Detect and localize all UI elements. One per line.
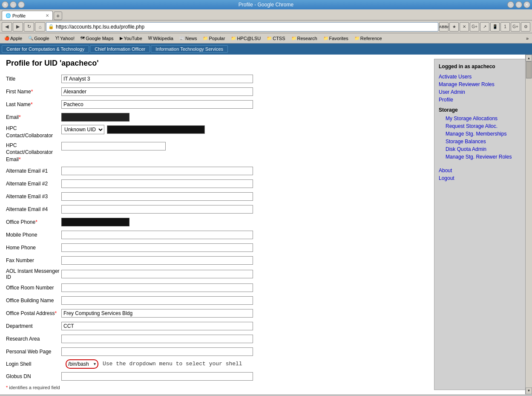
login-shell-select[interactable]: /bin/bash /bin/sh /bin/csh /bin/tcsh /bi… xyxy=(66,359,98,369)
google-plus-icon[interactable]: G+ xyxy=(511,22,520,32)
last-name-input[interactable] xyxy=(61,100,253,109)
bookmark-ctss[interactable]: 📁 CTSS xyxy=(264,35,288,42)
tab-close-btn[interactable]: ✕ xyxy=(46,13,49,18)
sidebar-about[interactable]: About xyxy=(439,168,523,173)
office-building-input[interactable] xyxy=(61,296,253,305)
hpc-contact-row: HPC Contact/Collaborator Unknown UID xyxy=(6,125,426,139)
bookmark-hpclsu[interactable]: 📁 HPC@LSU xyxy=(228,35,263,42)
sidebar-storage-balances[interactable]: Storage Balances xyxy=(446,139,523,145)
scroll-down-button[interactable]: ▼ xyxy=(526,387,532,394)
ssl-lock-icon: 🔒 xyxy=(48,24,54,29)
bookmark-wikipedia[interactable]: W Wikipedia xyxy=(146,35,176,42)
alt-email4-label: Alternate Email #4 xyxy=(6,206,61,212)
chrome-maximize-btn[interactable]: □ xyxy=(515,1,522,8)
sidebar-request-storage-alloc[interactable]: Request Storage Alloc. xyxy=(446,123,523,129)
alt-email3-input[interactable] xyxy=(61,192,253,201)
bookmark-google-maps[interactable]: 🗺 Google Maps xyxy=(78,35,116,42)
back-button[interactable]: ◀ xyxy=(2,22,12,32)
bookmark-apple[interactable]: 🍎 Apple xyxy=(2,35,25,42)
email-input[interactable] xyxy=(61,113,129,121)
chrome-close-btn[interactable]: ✕ xyxy=(523,1,530,8)
maps-icon: 🗺 xyxy=(81,36,85,40)
bookmark-news[interactable]: 📰 News xyxy=(177,35,200,42)
bookmarks-bar: 🍎 Apple 🔍 Google Y! Yahoo! 🗺 Google Maps… xyxy=(0,33,532,43)
first-name-input[interactable] xyxy=(61,87,253,96)
bookmark-yahoo[interactable]: Y! Yahoo! xyxy=(53,35,78,42)
toolbar-its-button[interactable]: Information Technology Services xyxy=(151,45,228,53)
forward-button[interactable]: ▶ xyxy=(13,22,23,32)
toolbar-cct-button[interactable]: Center for Computation & Technology xyxy=(2,45,89,53)
home-button[interactable]: ⌂ xyxy=(35,22,45,32)
bookmark-popular[interactable]: 📁 Popular xyxy=(200,35,227,42)
url-input[interactable] xyxy=(56,24,436,30)
window-close-btn[interactable]: ✕ xyxy=(2,1,9,8)
office-postal-input[interactable] xyxy=(61,309,253,318)
google-bookmark-icon: 🔍 xyxy=(28,36,33,40)
scroll-up-button[interactable]: ▲ xyxy=(526,55,532,61)
tab-profile[interactable]: 🌐 Profile ✕ xyxy=(2,11,53,20)
ext-icon2[interactable]: G+ xyxy=(470,22,479,32)
bookmark-research[interactable]: 📁 Research xyxy=(289,35,320,42)
vertical-scrollbar[interactable]: ▲ ▼ xyxy=(525,55,532,394)
scroll-thumb[interactable] xyxy=(526,61,532,78)
ctss-icon: 📁 xyxy=(267,36,272,40)
new-tab-button[interactable]: + xyxy=(54,12,62,20)
department-input[interactable] xyxy=(61,322,253,330)
bookmark-google[interactable]: 🔍 Google xyxy=(26,35,52,42)
abbr-icon[interactable]: ABBr xyxy=(439,22,449,32)
title-bar: ✕ − □ Profile - Google Chrome − □ ✕ xyxy=(0,0,532,9)
hpc-email-input[interactable] xyxy=(61,142,166,150)
sidebar-disk-quota-admin[interactable]: Disk Quota Admin xyxy=(446,146,523,152)
sidebar-logout[interactable]: Logout xyxy=(439,175,523,181)
window-minimize-btn[interactable]: − xyxy=(10,1,17,8)
ext-icon4[interactable]: 📱 xyxy=(490,22,500,32)
window-maximize-btn[interactable]: □ xyxy=(18,1,25,8)
alt-email3-label: Alternate Email #3 xyxy=(6,194,61,199)
home-phone-row: Home Phone xyxy=(6,243,426,253)
alt-email4-row: Alternate Email #4 xyxy=(6,204,426,214)
home-phone-input[interactable] xyxy=(61,243,253,252)
sidebar-user-admin[interactable]: User Admin xyxy=(439,89,523,95)
toolbar-cio-button[interactable]: Chief Information Officer xyxy=(90,45,150,53)
star-icon[interactable]: ★ xyxy=(449,22,459,32)
sidebar-my-storage-alloc[interactable]: My Storage Allocations xyxy=(446,116,523,121)
bookmark-reference[interactable]: 📁 Reference xyxy=(352,35,385,42)
office-room-input[interactable] xyxy=(61,283,253,292)
hpc-uid-select[interactable]: Unknown UID xyxy=(61,125,104,134)
office-room-label: Office Room Number xyxy=(6,285,61,291)
reload-button[interactable]: ↻ xyxy=(24,22,34,32)
globus-dn-input[interactable] xyxy=(61,372,253,381)
hpc-uid-input[interactable] xyxy=(107,125,205,134)
alt-email1-input[interactable] xyxy=(61,167,253,175)
personal-web-input[interactable] xyxy=(61,347,253,356)
sidebar-profile[interactable]: Profile xyxy=(439,97,523,103)
youtube-icon: ▶ xyxy=(120,36,123,40)
fax-input[interactable] xyxy=(61,256,253,265)
content-area: Profile for UID 'apacheco' Title First N… xyxy=(0,55,532,394)
bookmark-youtube[interactable]: ▶ YouTube xyxy=(117,35,145,42)
alt-email4-input[interactable] xyxy=(61,205,253,214)
sidebar-manage-stg-memberships[interactable]: Manage Stg. Memberships xyxy=(446,131,523,137)
sidebar-manage-stg-reviewer-roles[interactable]: Manage Stg. Reviewer Roles xyxy=(446,154,523,160)
sidebar-manage-reviewer-roles[interactable]: Manage Reviewer Roles xyxy=(439,81,523,87)
ext-icon1[interactable]: ✕ xyxy=(460,22,469,32)
settings-icon[interactable]: ⚙ xyxy=(521,22,530,32)
office-phone-input[interactable] xyxy=(61,218,129,226)
first-name-row: First Name* xyxy=(6,87,426,97)
popular-icon: 📁 xyxy=(203,36,208,40)
home-phone-label: Home Phone xyxy=(6,245,61,251)
bookmark-favorites[interactable]: 📁 Favorites xyxy=(321,35,351,42)
alt-email2-input[interactable] xyxy=(61,179,253,188)
globus-dn-row: Globus DN xyxy=(6,371,426,382)
bookmarks-more-button[interactable]: » xyxy=(524,35,530,42)
research-area-input[interactable] xyxy=(61,335,253,343)
title-input[interactable] xyxy=(61,75,253,83)
chrome-minimize-btn[interactable]: − xyxy=(507,1,514,8)
ext-icon3[interactable]: ↗ xyxy=(480,22,489,32)
sidebar-activate-users[interactable]: Activate Users xyxy=(439,74,523,80)
aol-input[interactable] xyxy=(61,270,253,278)
office-postal-row: Office Postal Address* xyxy=(6,308,426,318)
mobile-phone-input[interactable] xyxy=(61,231,253,239)
address-bar[interactable]: 🔒 xyxy=(46,22,438,32)
email-row: Email* xyxy=(6,112,426,122)
